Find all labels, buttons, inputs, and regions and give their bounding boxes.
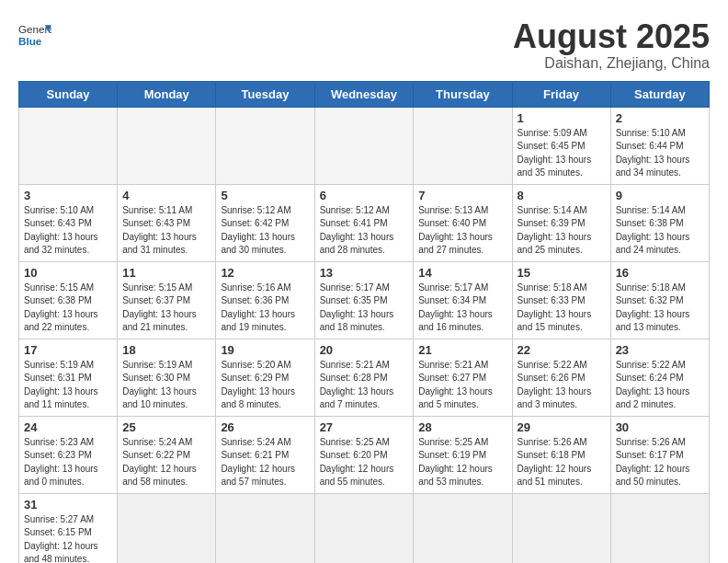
- calendar-cell: 31Sunrise: 5:27 AM Sunset: 6:15 PM Dayli…: [19, 493, 118, 563]
- week-row-3: 17Sunrise: 5:19 AM Sunset: 6:31 PM Dayli…: [19, 339, 710, 416]
- calendar-cell: 19Sunrise: 5:20 AM Sunset: 6:29 PM Dayli…: [216, 339, 314, 416]
- day-number: 25: [122, 420, 210, 434]
- calendar-cell: 1Sunrise: 5:09 AM Sunset: 6:45 PM Daylig…: [512, 107, 610, 184]
- week-row-0: 1Sunrise: 5:09 AM Sunset: 6:45 PM Daylig…: [19, 107, 710, 184]
- weekday-header-row: SundayMondayTuesdayWednesdayThursdayFrid…: [19, 81, 710, 107]
- day-number: 6: [320, 189, 409, 202]
- day-info: Sunrise: 5:21 AM Sunset: 6:27 PM Dayligh…: [418, 359, 506, 412]
- week-row-2: 10Sunrise: 5:15 AM Sunset: 6:38 PM Dayli…: [19, 261, 710, 339]
- weekday-sunday: Sunday: [19, 81, 118, 107]
- day-number: 2: [616, 111, 704, 125]
- day-info: Sunrise: 5:19 AM Sunset: 6:30 PM Dayligh…: [122, 359, 210, 412]
- calendar-cell: 17Sunrise: 5:19 AM Sunset: 6:31 PM Dayli…: [19, 339, 118, 416]
- day-info: Sunrise: 5:22 AM Sunset: 6:26 PM Dayligh…: [518, 359, 606, 412]
- calendar-cell: 21Sunrise: 5:21 AM Sunset: 6:27 PM Dayli…: [414, 339, 512, 416]
- calendar-cell: 30Sunrise: 5:26 AM Sunset: 6:17 PM Dayli…: [610, 416, 709, 493]
- calendar-cell: [19, 107, 118, 184]
- calendar-cell: 9Sunrise: 5:14 AM Sunset: 6:38 PM Daylig…: [610, 184, 709, 261]
- calendar-cell: 5Sunrise: 5:12 AM Sunset: 6:42 PM Daylig…: [216, 184, 314, 261]
- calendar-cell: [414, 107, 512, 184]
- week-row-5: 31Sunrise: 5:27 AM Sunset: 6:15 PM Dayli…: [19, 493, 710, 563]
- calendar-cell: 23Sunrise: 5:22 AM Sunset: 6:24 PM Dayli…: [610, 339, 709, 416]
- day-info: Sunrise: 5:16 AM Sunset: 6:36 PM Dayligh…: [221, 282, 309, 335]
- day-number: 26: [221, 420, 309, 434]
- svg-text:General: General: [18, 23, 51, 35]
- day-info: Sunrise: 5:25 AM Sunset: 6:19 PM Dayligh…: [418, 436, 506, 489]
- day-info: Sunrise: 5:14 AM Sunset: 6:38 PM Dayligh…: [616, 204, 704, 258]
- day-number: 9: [616, 189, 704, 202]
- calendar-cell: [216, 493, 314, 563]
- calendar-cell: [118, 107, 216, 184]
- day-info: Sunrise: 5:15 AM Sunset: 6:38 PM Dayligh…: [24, 282, 112, 335]
- logo: General Blue: [18, 18, 51, 52]
- day-number: 5: [221, 189, 309, 202]
- day-number: 19: [221, 343, 309, 357]
- calendar-cell: 27Sunrise: 5:25 AM Sunset: 6:20 PM Dayli…: [314, 416, 414, 493]
- day-number: 31: [24, 498, 112, 511]
- calendar-cell: 29Sunrise: 5:26 AM Sunset: 6:18 PM Dayli…: [512, 416, 610, 493]
- day-number: 11: [122, 266, 210, 280]
- calendar-cell: 14Sunrise: 5:17 AM Sunset: 6:34 PM Dayli…: [414, 261, 512, 339]
- weekday-monday: Monday: [118, 81, 216, 107]
- calendar-cell: [414, 493, 512, 563]
- day-number: 30: [616, 420, 704, 434]
- calendar-title: August 2025: [513, 18, 710, 55]
- day-number: 18: [122, 343, 210, 357]
- calendar-cell: 2Sunrise: 5:10 AM Sunset: 6:44 PM Daylig…: [610, 107, 709, 184]
- weekday-tuesday: Tuesday: [216, 81, 314, 107]
- calendar-cell: 20Sunrise: 5:21 AM Sunset: 6:28 PM Dayli…: [314, 339, 414, 416]
- day-info: Sunrise: 5:13 AM Sunset: 6:40 PM Dayligh…: [418, 204, 506, 258]
- day-number: 7: [418, 189, 506, 202]
- calendar-cell: 10Sunrise: 5:15 AM Sunset: 6:38 PM Dayli…: [19, 261, 118, 339]
- day-info: Sunrise: 5:18 AM Sunset: 6:32 PM Dayligh…: [616, 282, 704, 335]
- calendar-subtitle: Daishan, Zhejiang, China: [513, 55, 710, 72]
- calendar-cell: [118, 493, 216, 563]
- calendar-cell: [314, 107, 414, 184]
- calendar-cell: 11Sunrise: 5:15 AM Sunset: 6:37 PM Dayli…: [118, 261, 216, 339]
- day-info: Sunrise: 5:25 AM Sunset: 6:20 PM Dayligh…: [320, 436, 409, 489]
- calendar-cell: [512, 493, 610, 563]
- calendar-cell: [216, 107, 314, 184]
- day-number: 3: [24, 189, 112, 202]
- day-number: 21: [418, 343, 506, 357]
- day-number: 8: [518, 189, 606, 202]
- week-row-1: 3Sunrise: 5:10 AM Sunset: 6:43 PM Daylig…: [19, 184, 710, 261]
- day-number: 14: [418, 266, 506, 280]
- day-info: Sunrise: 5:20 AM Sunset: 6:29 PM Dayligh…: [221, 359, 309, 412]
- calendar-cell: 8Sunrise: 5:14 AM Sunset: 6:39 PM Daylig…: [512, 184, 610, 261]
- day-info: Sunrise: 5:19 AM Sunset: 6:31 PM Dayligh…: [24, 359, 112, 412]
- calendar-cell: 6Sunrise: 5:12 AM Sunset: 6:41 PM Daylig…: [314, 184, 414, 261]
- day-info: Sunrise: 5:26 AM Sunset: 6:17 PM Dayligh…: [616, 436, 704, 489]
- day-number: 16: [616, 266, 704, 280]
- calendar-cell: 18Sunrise: 5:19 AM Sunset: 6:30 PM Dayli…: [118, 339, 216, 416]
- day-info: Sunrise: 5:09 AM Sunset: 6:45 PM Dayligh…: [518, 127, 606, 180]
- day-number: 23: [616, 343, 704, 357]
- day-info: Sunrise: 5:24 AM Sunset: 6:21 PM Dayligh…: [221, 436, 309, 489]
- weekday-thursday: Thursday: [414, 81, 512, 107]
- calendar-cell: [610, 493, 709, 563]
- calendar-cell: 16Sunrise: 5:18 AM Sunset: 6:32 PM Dayli…: [610, 261, 709, 339]
- day-number: 15: [518, 266, 606, 280]
- weekday-wednesday: Wednesday: [314, 81, 414, 107]
- day-number: 10: [24, 266, 112, 280]
- day-info: Sunrise: 5:26 AM Sunset: 6:18 PM Dayligh…: [518, 436, 606, 489]
- week-row-4: 24Sunrise: 5:23 AM Sunset: 6:23 PM Dayli…: [19, 416, 710, 493]
- day-info: Sunrise: 5:11 AM Sunset: 6:43 PM Dayligh…: [122, 204, 210, 258]
- calendar-cell: [314, 493, 414, 563]
- calendar-cell: 25Sunrise: 5:24 AM Sunset: 6:22 PM Dayli…: [118, 416, 216, 493]
- day-number: 22: [518, 343, 606, 357]
- svg-text:Blue: Blue: [18, 35, 42, 47]
- day-info: Sunrise: 5:21 AM Sunset: 6:28 PM Dayligh…: [320, 359, 409, 412]
- calendar-table: SundayMondayTuesdayWednesdayThursdayFrid…: [18, 81, 710, 563]
- day-number: 24: [24, 420, 112, 434]
- day-info: Sunrise: 5:12 AM Sunset: 6:42 PM Dayligh…: [221, 204, 309, 258]
- day-info: Sunrise: 5:23 AM Sunset: 6:23 PM Dayligh…: [24, 436, 112, 489]
- day-number: 1: [518, 111, 606, 125]
- day-info: Sunrise: 5:15 AM Sunset: 6:37 PM Dayligh…: [122, 282, 210, 335]
- calendar-cell: 12Sunrise: 5:16 AM Sunset: 6:36 PM Dayli…: [216, 261, 314, 339]
- day-info: Sunrise: 5:10 AM Sunset: 6:44 PM Dayligh…: [616, 127, 704, 180]
- calendar-cell: 22Sunrise: 5:22 AM Sunset: 6:26 PM Dayli…: [512, 339, 610, 416]
- day-info: Sunrise: 5:12 AM Sunset: 6:41 PM Dayligh…: [320, 204, 409, 258]
- day-number: 12: [221, 266, 309, 280]
- weekday-saturday: Saturday: [610, 81, 709, 107]
